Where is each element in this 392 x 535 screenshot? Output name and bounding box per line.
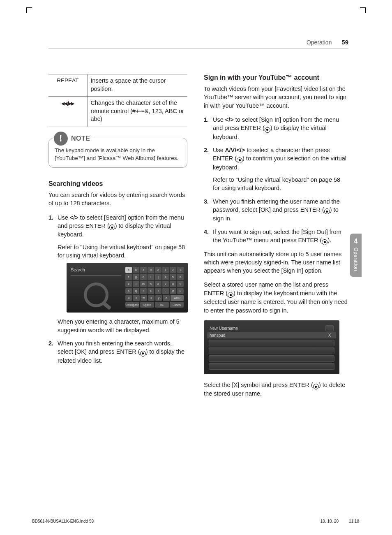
left-right-arrows-icon: </> bbox=[225, 116, 234, 123]
key: u bbox=[125, 295, 132, 301]
key: g bbox=[133, 274, 139, 280]
step-3: When you finish entering the user name a… bbox=[204, 197, 348, 223]
search-underline bbox=[71, 275, 121, 276]
table-row: ◂◂/▸▸ Changes the character set of the r… bbox=[48, 97, 187, 127]
key: 5 bbox=[170, 274, 176, 280]
section-heading-signin: Sign in with your YouTube™ account bbox=[204, 74, 348, 81]
key: 3 bbox=[177, 267, 184, 273]
enter-icon bbox=[322, 239, 327, 245]
key: 7 bbox=[162, 281, 169, 287]
key: 2 bbox=[170, 267, 176, 273]
key: t bbox=[155, 288, 161, 294]
key: a bbox=[125, 267, 132, 273]
paragraph-delete-user: Select the [X] symbol and press ENTER ()… bbox=[204, 381, 348, 398]
key-cancel: Cancel bbox=[170, 302, 184, 308]
screenshot-caption: When you entering a character, maximum o… bbox=[58, 317, 187, 334]
step-sub: Refer to "Using the virtual keyboard" on… bbox=[213, 176, 348, 192]
key-ok: OK bbox=[155, 302, 169, 308]
key: j bbox=[155, 274, 161, 280]
username-empty-slot bbox=[209, 340, 334, 346]
key: y bbox=[155, 295, 162, 301]
steps-search: Use </> to select [Search] option from t… bbox=[48, 213, 187, 365]
key: x bbox=[148, 295, 154, 301]
key: m bbox=[140, 281, 147, 287]
key: 8 bbox=[170, 281, 176, 287]
p-text: Select the [X] symbol and press ENTER ( bbox=[204, 382, 313, 388]
key: 6 bbox=[177, 274, 184, 280]
enter-icon bbox=[140, 351, 146, 357]
username-empty-slot bbox=[209, 347, 334, 354]
key: p bbox=[125, 288, 132, 294]
side-thumb-tab: 4 Operation bbox=[350, 234, 362, 277]
username-empty-slot bbox=[209, 363, 334, 370]
step-text: Use bbox=[213, 147, 225, 153]
key: w bbox=[141, 295, 147, 301]
left-column: REPEAT Inserts a space at the cursor pos… bbox=[48, 74, 187, 404]
enter-icon bbox=[313, 384, 319, 389]
username-name: hanspud bbox=[210, 333, 325, 338]
footer-date: 10. 10. 20 bbox=[321, 519, 339, 523]
magnifier-icon bbox=[84, 283, 108, 307]
intro-paragraph: To watch videos from your [Favorites] vi… bbox=[204, 85, 348, 110]
page-footer: BD561-N-BUSALLK-ENG.indd 59 10. 10. 20 1… bbox=[32, 519, 359, 523]
key: b bbox=[133, 267, 139, 273]
step-2: When you finish entering the search word… bbox=[48, 339, 187, 365]
step-1: Use </> to select [Sign In] option from … bbox=[204, 116, 348, 141]
crop-mark-tl bbox=[26, 7, 32, 13]
step-text: Use bbox=[213, 116, 225, 123]
key: c bbox=[140, 267, 147, 273]
username-empty-slots bbox=[207, 340, 336, 370]
enter-icon bbox=[237, 157, 242, 163]
thumb-label: Operation bbox=[353, 248, 359, 271]
enter-icon bbox=[324, 208, 330, 214]
section-heading-searching: Searching videos bbox=[48, 180, 187, 188]
username-row-new: New Username bbox=[207, 324, 336, 332]
search-panel: Search bbox=[71, 267, 121, 308]
step-1: Use </> to select [Search] option from t… bbox=[48, 213, 187, 334]
step-text: ). bbox=[327, 237, 331, 243]
enter-icon bbox=[265, 127, 270, 133]
key: o bbox=[155, 281, 161, 287]
username-new-label: New Username bbox=[210, 326, 325, 331]
key: . bbox=[162, 288, 169, 294]
username-list-screenshot: New Username hanspud X bbox=[204, 320, 339, 374]
virtual-keyboard: abcde123 fghij456 klmno789 pqrst.@0 uvwx… bbox=[125, 267, 184, 308]
intro-paragraph: You can search for videos by entering se… bbox=[48, 191, 187, 208]
username-empty-slot bbox=[209, 355, 334, 362]
header-page-number: 59 bbox=[341, 39, 348, 46]
skip-icon: ◂◂/▸▸ bbox=[61, 100, 74, 107]
enter-icon bbox=[109, 225, 115, 230]
step-2: Use Λ/V/</> to select a character then p… bbox=[204, 146, 348, 192]
step-text: When you finish entering the user name a… bbox=[213, 198, 340, 213]
footer-time: 11:18 bbox=[349, 519, 359, 523]
key: h bbox=[140, 274, 147, 280]
username-empty-box bbox=[325, 325, 334, 331]
key: @ bbox=[170, 288, 176, 294]
step-sub: Refer to "Using the virtual keyboard" on… bbox=[58, 243, 187, 260]
remote-key-table: REPEAT Inserts a space at the cursor pos… bbox=[48, 74, 187, 127]
key-backspace: Backspace bbox=[125, 302, 139, 308]
exclamation-icon: ! bbox=[54, 132, 68, 146]
key: 4 bbox=[162, 274, 169, 280]
crop-mark-tr bbox=[360, 7, 366, 13]
table-desc: Changes the character set of the remote … bbox=[87, 97, 187, 127]
key-space: Space bbox=[140, 302, 154, 308]
note-label: NOTE bbox=[71, 134, 90, 143]
step-4: If you want to sign out, select the [Sig… bbox=[204, 228, 348, 245]
key: f bbox=[125, 274, 132, 280]
search-title: Search bbox=[71, 267, 121, 273]
page-header: Operation 59 bbox=[48, 39, 348, 49]
left-right-arrows-icon: </> bbox=[70, 214, 78, 221]
key: k bbox=[125, 281, 132, 287]
key: n bbox=[148, 281, 154, 287]
page: Operation 59 REPEAT Inserts a space at t… bbox=[48, 39, 348, 510]
header-section: Operation bbox=[307, 39, 332, 46]
note-text: The keypad mode is available only in the… bbox=[55, 147, 178, 162]
paragraph-store-users: This unit can automatically store up to … bbox=[204, 250, 348, 275]
enter-icon bbox=[228, 292, 233, 298]
key: z bbox=[163, 295, 169, 301]
key: r bbox=[140, 288, 147, 294]
key: l bbox=[133, 281, 139, 287]
thumb-chapter: 4 bbox=[350, 238, 362, 245]
key: q bbox=[133, 288, 139, 294]
